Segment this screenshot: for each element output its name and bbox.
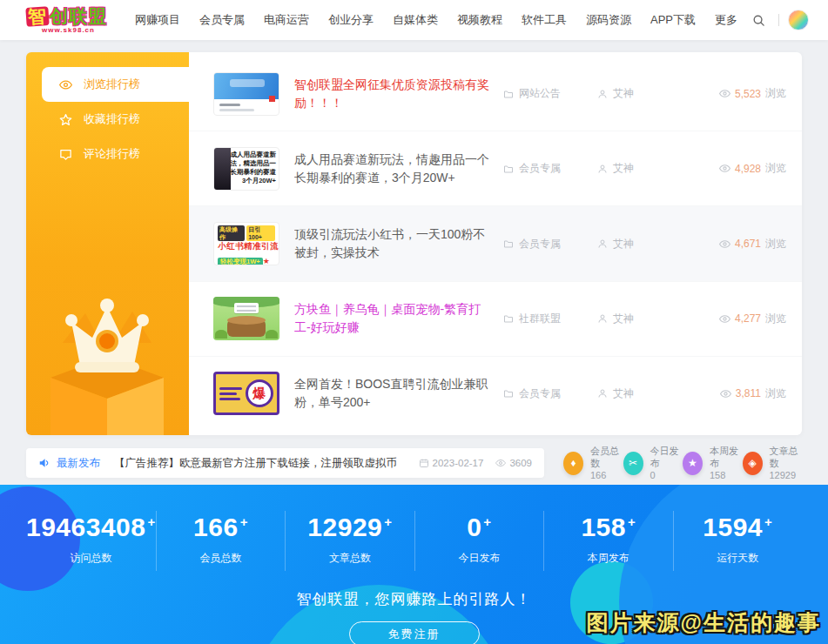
mini-stat-value: 0	[650, 469, 683, 481]
article-thumbnail[interactable]: 爆	[213, 372, 279, 415]
user-icon	[597, 89, 608, 99]
article-row[interactable]: 智创联盟全网征集优质资源投稿有奖励！！！ 网站公告 艾神 5,523 浏览	[189, 57, 802, 131]
article-author[interactable]: 艾神	[597, 86, 702, 101]
comment-icon	[59, 148, 72, 161]
tab-favorite-ranking[interactable]: 收藏排行榜	[26, 102, 189, 137]
thumb-headline: 小红书精准引流	[218, 241, 275, 252]
views-suffix: 浏览	[765, 161, 786, 176]
article-category[interactable]: 网站公告	[503, 86, 597, 101]
main-panel: 浏览排行榜 收藏排行榜 评论排行榜	[26, 52, 802, 435]
navbar-right	[747, 9, 809, 31]
article-views: 4,928 浏览	[719, 161, 786, 176]
menu-item-more[interactable]: 更多	[705, 0, 747, 40]
menu-item-ecommerce[interactable]: 电商运营	[254, 0, 319, 40]
views-suffix: 浏览	[765, 312, 786, 326]
article-title[interactable]: 成人用品赛道新玩法，情趣用品一个长期暴利的赛道，3个月20W+	[294, 151, 489, 187]
folder-icon	[503, 164, 514, 174]
ticker-views: 3609	[495, 458, 532, 468]
footer-slogan: 智创联盟，您网赚路上的引路人！	[0, 589, 828, 609]
mini-stat-value: 12929	[770, 469, 803, 481]
menu-item-media[interactable]: 自媒体类	[383, 0, 448, 40]
scissors-icon: ✂	[623, 452, 643, 475]
site-logo[interactable]: 智创联盟 www.sk98.cn	[26, 7, 110, 34]
eye-icon	[719, 238, 730, 250]
views-suffix: 浏览	[765, 237, 786, 252]
menu-item-software[interactable]: 软件工具	[512, 0, 576, 40]
logo-title: 智创联盟	[26, 7, 110, 26]
thumb-subline: 轻松变现1W+★	[218, 252, 275, 265]
tab-comment-ranking[interactable]: 评论排行榜	[26, 137, 189, 171]
eye-icon	[719, 313, 730, 325]
article-author[interactable]: 艾神	[597, 237, 702, 252]
logo-title-rest: 创联盟	[50, 6, 107, 26]
menu-item-app[interactable]: APP下载	[641, 0, 705, 40]
mini-stat-label: 今日发布	[650, 445, 683, 469]
article-category[interactable]: 会员专属	[503, 237, 597, 252]
article-title[interactable]: 方块鱼｜养乌龟｜桌面宠物-繁育打工-好玩好赚	[294, 300, 489, 337]
article-row[interactable]: 爆 全网首发！BOOS直聘引流创业兼职粉，单号200+ 会员专属 艾神 3,81…	[189, 357, 802, 431]
mini-stat-members: ♦ 会员总数166	[563, 445, 623, 481]
menu-item-video[interactable]: 视频教程	[448, 0, 512, 40]
article-row[interactable]: 成人用品赛道新 法，精选用品一 长期暴利的赛道 3个月20W+ 成人用品赛道新玩…	[189, 131, 802, 206]
menu-item-vip[interactable]: 会员专属	[190, 0, 254, 40]
article-category[interactable]: 会员专属	[503, 386, 597, 401]
site-stats: 19463408+ 访问总数 166+ 会员总数 12929+ 文章总数 0+ …	[26, 511, 802, 571]
views-count: 4,928	[735, 163, 761, 175]
article-thumbnail[interactable]: 高级操作 日引100+ 小红书精准引流 轻松变现1W+★	[213, 222, 279, 265]
article-thumbnail[interactable]	[213, 297, 279, 340]
thumb-text-bars	[219, 387, 246, 400]
article-title[interactable]: 顶级引流玩法小红书，一天100粉不被封，实操技术	[294, 225, 489, 262]
ranking-tabs: 浏览排行榜 收藏排行榜 评论排行榜	[26, 52, 189, 171]
ticker-headline[interactable]: 【广告推荐】欧意最新官方注册下载链接，注册领取虚拟币	[114, 456, 419, 471]
article-views: 5,523 浏览	[719, 86, 786, 101]
footer-banner: 19463408+ 访问总数 166+ 会员总数 12929+ 文章总数 0+ …	[0, 485, 828, 644]
search-icon[interactable]	[747, 9, 770, 31]
article-category[interactable]: 会员专属	[503, 161, 597, 176]
thumb-bush	[266, 330, 278, 339]
ticker-row: 最新发布 【广告推荐】欧意最新官方注册下载链接，注册领取虚拟币 2023-02-…	[26, 448, 802, 478]
author-label: 艾神	[613, 86, 634, 101]
divider	[778, 14, 779, 26]
ticker-date-value: 2023-02-17	[433, 458, 484, 468]
category-label: 会员专属	[519, 237, 561, 252]
thumb-banner	[214, 73, 279, 99]
menu-item-startup[interactable]: 创业分享	[319, 0, 383, 40]
article-author[interactable]: 艾神	[597, 161, 702, 176]
article-title[interactable]: 智创联盟全网征集优质资源投稿有奖励！！！	[294, 76, 489, 112]
mini-stat-label: 会员总数	[590, 445, 623, 469]
article-row[interactable]: 高级操作 日引100+ 小红书精准引流 轻松变现1W+★ 顶级引流玩法小红书，一…	[189, 206, 802, 281]
logo-url: www.sk98.cn	[42, 26, 110, 34]
stat-articles: 12929+ 文章总数	[285, 511, 414, 571]
views-count: 4,277	[735, 312, 761, 325]
speaker-icon	[38, 457, 50, 469]
user-icon	[597, 388, 608, 399]
thumb-sign	[234, 303, 259, 313]
mini-stat-week: ★ 本周发布158	[683, 445, 743, 481]
article-author[interactable]: 艾神	[597, 386, 702, 401]
article-row[interactable]: 方块鱼｜养乌龟｜桌面宠物-繁育打工-好玩好赚 社群联盟 艾神 4,277 浏览	[189, 282, 802, 357]
stat-days-running: 1594+ 运行天数	[673, 511, 802, 571]
star-icon	[59, 113, 72, 126]
ticker-label: 最新发布	[57, 456, 100, 471]
article-thumbnail[interactable]: 成人用品赛道新 法，精选用品一 长期暴利的赛道 3个月20W+	[213, 147, 279, 191]
ticker-meta: 2023-02-17 3609	[419, 458, 532, 468]
article-title[interactable]: 全网首发！BOOS直聘引流创业兼职粉，单号200+	[294, 375, 489, 412]
tab-view-ranking[interactable]: 浏览排行榜	[42, 67, 189, 102]
author-label: 艾神	[613, 312, 634, 326]
tab-label: 浏览排行榜	[84, 77, 140, 92]
article-thumbnail[interactable]	[213, 72, 279, 116]
mini-stat-articles: ◈ 文章总数12929	[743, 445, 803, 481]
stat-today: 0+ 今日发布	[414, 511, 543, 571]
article-category[interactable]: 社群联盟	[503, 312, 597, 326]
menu-item-sourcecode[interactable]: 源码资源	[576, 0, 641, 40]
thumb-photo	[214, 148, 231, 190]
mini-stat-value: 158	[710, 469, 743, 481]
user-avatar[interactable]	[788, 10, 809, 30]
views-count: 3,811	[736, 387, 761, 399]
user-icon	[597, 238, 608, 249]
mini-stats: ♦ 会员总数166 ✂ 今日发布0 ★ 本周发布158 ◈ 文章总数12929	[544, 445, 802, 481]
category-label: 网站公告	[519, 86, 561, 101]
article-author[interactable]: 艾神	[597, 312, 702, 326]
menu-item-projects[interactable]: 网赚项目	[125, 0, 190, 40]
free-register-button[interactable]: 免费注册	[349, 621, 480, 644]
